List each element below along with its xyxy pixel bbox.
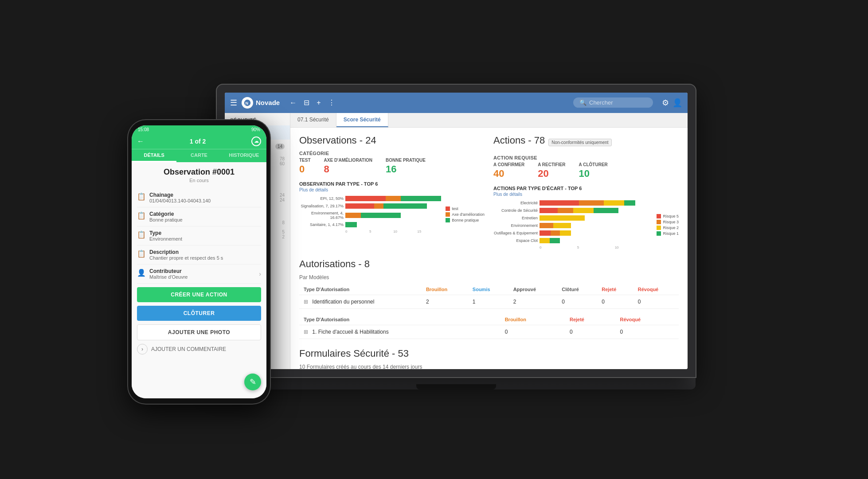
tab-securite[interactable]: 07.1 Sécurité xyxy=(290,113,336,127)
description-label: Description xyxy=(149,249,223,255)
legend-item-risque3: Risque 3 xyxy=(657,220,679,224)
actions-chart-title: ACTIONS PAR TYPE D'ÉCART - TOP 6 xyxy=(493,186,679,191)
stack-icon[interactable]: ⊟ xyxy=(302,97,311,108)
th-revoque: Révoqué xyxy=(633,284,679,295)
legend-item-test: test xyxy=(446,206,485,211)
bar-seg xyxy=(551,230,559,236)
nonconf-badge: Non-conformités uniquement xyxy=(548,139,611,146)
obs-legend: test Axe d'amélioration Bo xyxy=(446,196,485,234)
observations-categories: TEST 0 AXE D'AMÉLIORATION 8 BONNE PRATIQ… xyxy=(299,158,485,175)
obs-bar-chart: EPI, 12, 50% xyxy=(299,196,485,234)
hamburger-icon[interactable]: ☰ xyxy=(230,98,237,108)
phone-field-categorie: 📋 Catégorie Bonne pratique xyxy=(137,207,261,226)
th-approuve: Approuvé xyxy=(509,284,558,295)
bar-track xyxy=(540,223,652,228)
actions-section: Actions - 78 Non-conformités uniquement … xyxy=(493,135,679,249)
more-icon[interactable]: ⋮ xyxy=(326,97,337,108)
phone-obs-title: Observation #0001 xyxy=(137,167,261,177)
bar-label-environnement: Environnement, 4, 16.67% xyxy=(299,211,344,220)
obs-x-axis: 0 5 10 15 xyxy=(299,230,441,234)
ajouter-commentaire-row[interactable]: › AJOUTER UN COMMENTAIRE xyxy=(137,340,261,358)
cloture-button[interactable]: CLÔTURER xyxy=(137,306,261,321)
dashboard: Observations - 24 CATÉGORIE TEST 0 AXE D… xyxy=(290,128,688,369)
settings-icon[interactable]: ⚙ xyxy=(662,98,669,108)
bar-seg xyxy=(540,230,551,236)
phone-content: Observation #0001 En cours 📋 Chainage 01… xyxy=(132,162,266,398)
td-approuve: 2 xyxy=(509,295,558,308)
obs-chart-link[interactable]: Plus de détails xyxy=(299,187,485,192)
bar-seg xyxy=(624,200,635,206)
legend-label: Bonne pratique xyxy=(452,218,479,222)
ajouter-photo-button[interactable]: AJOUTER UNE PHOTO xyxy=(137,324,261,340)
bar-row-environnement2: Environnement xyxy=(493,223,652,228)
phone-field-chainage: 📋 Chainage 01/04/04013.140-04043.140 xyxy=(137,188,261,207)
legend-dot xyxy=(446,212,450,217)
search-input[interactable] xyxy=(589,99,651,106)
legend-dot xyxy=(446,218,450,222)
phone-nav-title: 1 of 2 xyxy=(149,138,247,145)
bar-seg xyxy=(401,196,441,201)
bar-label-signalisation: Signalisation, 7, 29.17% xyxy=(299,204,344,208)
bar-seg xyxy=(361,213,401,218)
fab-edit-button[interactable]: ✎ xyxy=(244,374,261,390)
bar-seg xyxy=(540,223,553,228)
th2-brouillon: Brouillon xyxy=(500,314,565,325)
search-box[interactable]: 🔍 xyxy=(573,97,653,108)
user-icon[interactable]: 👤 xyxy=(673,98,682,108)
bar-seg xyxy=(558,208,574,213)
auth-table-2: Type D'Autorisation Brouillon Rejeté Rév… xyxy=(299,314,679,339)
bar-seg xyxy=(540,238,550,243)
chainage-content: Chainage 01/04/04013.140-04043.140 xyxy=(149,192,211,203)
th-brouillon: Brouillon xyxy=(422,284,468,295)
app-name: Novade xyxy=(256,99,280,106)
bar-row-espace: Espace Clot xyxy=(493,238,652,243)
phone-tabs: DÉTAILS CARTE HISTORIQUE xyxy=(132,149,266,162)
navbar: ☰ N Novade ← ⊟ + ⋮ 🔍 xyxy=(225,93,688,113)
bar-seg xyxy=(386,196,401,201)
phone-status-bar: 15:08 90% xyxy=(132,125,266,134)
description-value: Chantier propre et respect des 5 s xyxy=(149,255,223,261)
actions-chart-link[interactable]: Plus de détails xyxy=(493,192,679,197)
phone-field-contributeur[interactable]: 👤 Contributeur Maîtrise d'Oeuvre › xyxy=(137,265,261,284)
creer-action-button[interactable]: CRÉER UNE ACTION xyxy=(137,287,261,302)
phone-tab-carte[interactable]: CARTE xyxy=(176,149,221,162)
edit-icon: ✎ xyxy=(250,377,256,387)
phone-back-icon[interactable]: ← xyxy=(137,137,144,145)
phone-frame: 15:08 90% ← 1 of 2 ☁ DÉTAILS CARTE HISTO… xyxy=(128,120,270,404)
tab-score-securite[interactable]: Score Sécurité xyxy=(336,113,388,127)
formulaires-subtitle: 10 Formulaires créés au cours des 14 der… xyxy=(299,364,679,369)
back-icon[interactable]: ← xyxy=(288,98,298,108)
arrow-icon: › xyxy=(259,270,261,277)
tabs-bar: 07.1 Sécurité Score Sécurité xyxy=(290,113,688,128)
categorie-label: Catégorie xyxy=(149,211,183,217)
bar-label-electricite: Electricité xyxy=(493,201,538,205)
legend-label: test xyxy=(452,206,458,211)
phone-signal: 90% xyxy=(251,127,260,132)
action-requise-label: ACTION REQUISE xyxy=(493,155,679,160)
actions-bars: Electricité xyxy=(493,200,652,249)
bar-track-environnement xyxy=(345,213,441,218)
cat-bonne-value: 16 xyxy=(386,164,426,175)
chainage-label: Chainage xyxy=(149,192,211,198)
bar-track-sanitaire xyxy=(345,222,441,227)
search-icon: 🔍 xyxy=(579,99,586,106)
type-content: Type Environnement xyxy=(149,230,182,241)
phone-tab-details[interactable]: DÉTAILS xyxy=(132,149,176,162)
plus-icon[interactable]: + xyxy=(315,98,322,108)
dashboard-grid: Observations - 24 CATÉGORIE TEST 0 AXE D… xyxy=(299,135,679,249)
legend-dot xyxy=(657,214,661,218)
cat-test: TEST 0 xyxy=(299,158,311,175)
cat-axe-label: AXE D'AMÉLIORATION xyxy=(324,158,372,163)
phone-cloud-icon[interactable]: ☁ xyxy=(251,136,261,146)
observations-section: Observations - 24 CATÉGORIE TEST 0 AXE D… xyxy=(299,135,485,249)
bar-label-epi: EPI, 12, 50% xyxy=(299,196,344,201)
bar-row-sanitaire: Sanitaire, 1, 4.17% xyxy=(299,222,441,227)
bar-track-epi xyxy=(345,196,441,201)
bar-track xyxy=(540,215,652,221)
laptop-frame: ☰ N Novade ← ⊟ + ⋮ 🔍 xyxy=(217,85,704,404)
th-rejete: Rejeté xyxy=(597,284,633,295)
phone-tab-historique[interactable]: HISTORIQUE xyxy=(222,149,266,162)
laptop-screen: ☰ N Novade ← ⊟ + ⋮ 🔍 xyxy=(225,93,688,369)
bar-seg xyxy=(540,208,558,213)
phone-nav-bar: ← 1 of 2 ☁ xyxy=(132,134,266,149)
